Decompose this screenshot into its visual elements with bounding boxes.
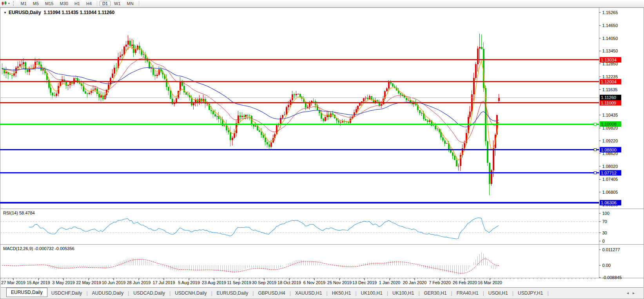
svg-text:1.14650: 1.14650 (602, 23, 618, 28)
svg-text:5 Aug 2019: 5 Aug 2019 (178, 280, 200, 285)
svg-text:10 Jun 2019: 10 Jun 2019 (102, 280, 126, 285)
tab-usoil-h1[interactable]: USOil,H1 (484, 289, 512, 297)
svg-text:26 Feb 2020: 26 Feb 2020 (453, 280, 477, 285)
svg-text:1.06306: 1.06306 (601, 200, 617, 205)
svg-text:25 Nov 2019: 25 Nov 2019 (327, 280, 352, 285)
svg-text:1.08020: 1.08020 (602, 164, 618, 169)
macd-indicator-label: MACD(12,26,9) -0.000732 -0.005356 (3, 246, 74, 251)
tab-uk100-h1[interactable]: UK100,H1 (357, 289, 386, 297)
svg-text:1.11635: 1.11635 (602, 87, 618, 92)
price-line-label: 1.08800 (600, 147, 621, 153)
toolbar-separator (139, 1, 139, 6)
tab-usdjpy-h1[interactable]: USDJPY,H1 (514, 289, 547, 297)
svg-text:22 May 2019: 22 May 2019 (76, 280, 101, 285)
ma-mid-line (2, 58, 499, 142)
svg-text:1.12004: 1.12004 (601, 79, 617, 84)
tab-separator: | (547, 290, 549, 296)
svg-text:30 Sep 2019: 30 Sep 2019 (252, 280, 276, 285)
svg-text:0.011277: 0.011277 (602, 247, 620, 252)
timeframe-button-h1[interactable]: H1 (72, 1, 83, 6)
tab-usdcad-daily[interactable]: USDCAD,Daily (129, 289, 169, 297)
svg-text:1.11009: 1.11009 (601, 101, 616, 105)
price-axis[interactable]: 1.152651.146501.140501.134501.128501.122… (599, 10, 618, 207)
svg-text:0: 0 (602, 239, 605, 243)
toolbar-separator (97, 1, 97, 6)
tab-usdchf-daily[interactable]: USDCHF,Daily (47, 289, 86, 297)
svg-text:70: 70 (602, 219, 607, 224)
timeframe-buttons: M1M5M15M30H1H4D1W1MN (18, 1, 141, 6)
macd-pane[interactable]: 0.0112770.00-0.008845 (599, 247, 622, 280)
svg-text:1.07712: 1.07712 (601, 171, 617, 175)
timeframe-button-m1[interactable]: M1 (18, 1, 29, 6)
horizontal-price-line[interactable] (0, 123, 599, 125)
svg-text:7 Feb 2020: 7 Feb 2020 (429, 280, 451, 285)
chart-title: ▼EURUSD,Daily 1.11094 1.11435 1.11044 1.… (4, 10, 114, 15)
svg-text:100: 100 (602, 211, 610, 216)
chart-window-border (0, 8, 644, 299)
tab-uk100-h1[interactable]: UK100,H1 (388, 289, 418, 297)
chart-tabs: EURUSD,DailyUSDCHF,Daily|AUDUSD,Daily|US… (6, 289, 549, 297)
tab-scroll-arrows: ◂▸ (627, 291, 639, 295)
price-line-label: 1.12004 (600, 79, 621, 85)
svg-text:1.14050: 1.14050 (602, 36, 618, 41)
tab-fra40-h1[interactable]: FRA40,H1 (453, 289, 483, 297)
svg-text:27 Mar 2019: 27 Mar 2019 (1, 280, 25, 285)
price-chart-canvas[interactable]: 1.152651.146501.140501.134501.128501.122… (0, 0, 644, 299)
timeframe-button-m30[interactable]: M30 (57, 1, 71, 6)
svg-text:28 Jun 2019: 28 Jun 2019 (127, 280, 151, 285)
svg-text:23 Aug 2019: 23 Aug 2019 (202, 280, 226, 285)
price-line-label: 1.10008 (600, 121, 621, 127)
tab-xauusd-h1[interactable]: XAUUSD,H1 (291, 289, 326, 297)
svg-text:1.06805: 1.06805 (602, 190, 618, 195)
svg-text:1.15265: 1.15265 (602, 10, 618, 15)
chart-type-selector[interactable]: ▾ (0, 0, 11, 7)
svg-text:3 May 2019: 3 May 2019 (52, 280, 74, 285)
timeframe-toolbar: ▾ M1M5M15M30H1H4D1W1MN (0, 0, 644, 7)
timeframe-button-m5[interactable]: M5 (30, 1, 42, 6)
timeframe-button-mn[interactable]: MN (124, 1, 136, 6)
rsi-line (29, 218, 499, 239)
svg-text:-0.008845: -0.008845 (602, 275, 622, 280)
timeframe-button-w1[interactable]: W1 (111, 1, 123, 6)
svg-text:1.07405: 1.07405 (602, 177, 618, 182)
candlestick-chart-icon (2, 1, 7, 6)
chart-title-ohlc: 1.11094 1.11435 1.11044 1.11260 (44, 10, 114, 15)
macd-histogram (2, 252, 499, 275)
price-line-label: 1.06306 (600, 200, 621, 205)
rsi-pane[interactable]: 10070300 (0, 211, 610, 243)
svg-text:1.09220: 1.09220 (602, 139, 618, 143)
svg-text:13 Dec 2019: 13 Dec 2019 (352, 280, 377, 285)
time-axis[interactable]: 27 Mar 201915 Apr 20193 May 201922 May 2… (1, 278, 595, 285)
svg-text:1.08800: 1.08800 (601, 148, 617, 152)
price-line-label: 1.13034 (600, 57, 621, 63)
svg-text:1.11260: 1.11260 (601, 95, 616, 100)
tab-ger30-h1[interactable]: GER30,H1 (420, 289, 451, 297)
tab-usdcnh-daily[interactable]: USDCNH,Daily (171, 289, 210, 297)
tab-eurusd-daily[interactable]: EURUSD,Daily (213, 289, 252, 297)
timeframe-button-m15[interactable]: M15 (42, 1, 56, 6)
svg-text:15 Apr 2019: 15 Apr 2019 (27, 280, 50, 285)
svg-text:1.10435: 1.10435 (602, 113, 618, 117)
rsi-indicator-label: RSI(14) 58.4784 (3, 211, 35, 215)
tab-gbpusd-h4[interactable]: GBPUSD,H4 (254, 289, 289, 297)
horizontal-price-line[interactable] (0, 149, 599, 151)
svg-text:11 Sep 2019: 11 Sep 2019 (227, 280, 251, 285)
price-line-label: 1.11260 (600, 95, 621, 100)
svg-text:1.10008: 1.10008 (601, 122, 617, 126)
toolbar-drag-handle[interactable] (13, 1, 15, 6)
chart-menu-icon[interactable]: ▼ (4, 11, 7, 14)
tab-audusd-daily[interactable]: AUDUSD,Daily (88, 289, 128, 297)
timeframe-button-h4[interactable]: H4 (83, 1, 94, 6)
svg-text:20 Jan 2020: 20 Jan 2020 (403, 280, 427, 285)
tab-eurusd-daily[interactable]: EURUSD,Daily (6, 288, 47, 297)
tab-scroll-right-icon[interactable]: ▸ (633, 291, 639, 295)
tab-scroll-left-icon[interactable]: ◂ (627, 291, 633, 295)
chart-tab-bar: EURUSD,DailyUSDCHF,Daily|AUDUSD,Daily|US… (1, 287, 643, 298)
svg-text:1.12235: 1.12235 (602, 74, 618, 79)
macd-signal-line (2, 259, 499, 273)
svg-text:0.00: 0.00 (602, 263, 611, 268)
horizontal-price-line[interactable] (0, 172, 599, 174)
svg-text:1.13034: 1.13034 (601, 58, 617, 62)
timeframe-button-d1[interactable]: D1 (100, 1, 111, 6)
tab-hk50-h1[interactable]: HK50,H1 (328, 289, 355, 297)
